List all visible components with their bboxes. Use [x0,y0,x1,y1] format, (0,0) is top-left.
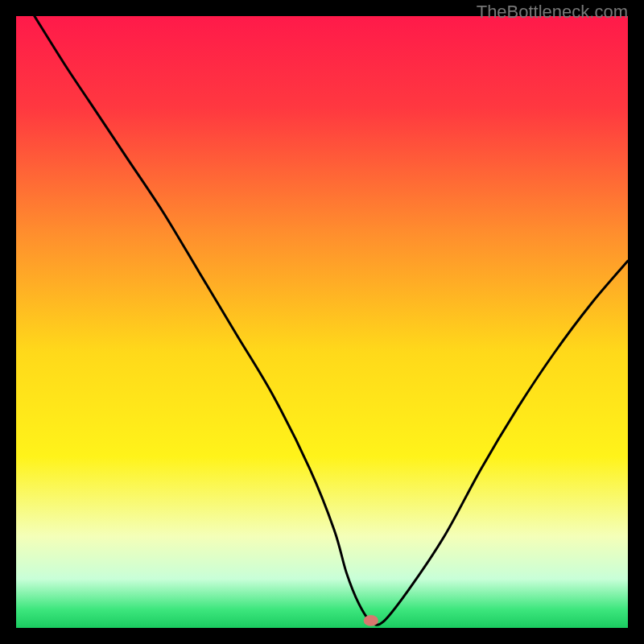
chart-svg [16,16,628,628]
watermark-text: TheBottleneck.com [477,2,628,23]
chart-background [16,16,628,628]
chart-plot-area [16,16,628,628]
optimal-marker [364,615,378,626]
